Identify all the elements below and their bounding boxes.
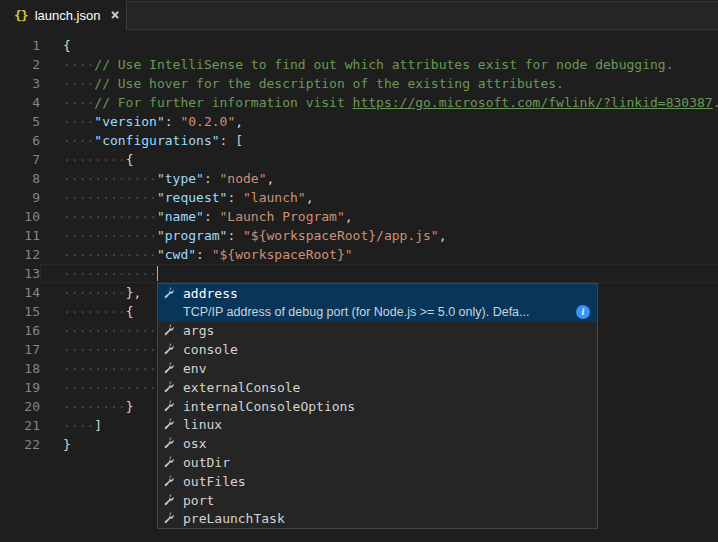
- token-key: "program": [157, 228, 227, 243]
- vscode-window: {} launch.json × 1{2····// Use IntelliSe…: [0, 0, 718, 542]
- info-icon[interactable]: i: [576, 305, 590, 319]
- code-line-6[interactable]: 6····"configurations": [: [0, 131, 718, 150]
- token-punct: }: [126, 399, 134, 414]
- token-link: https://go.microsoft.com/fwlink/?linkid=…: [353, 95, 713, 110]
- code-line-5[interactable]: 5····"version": "0.2.0",: [0, 112, 718, 131]
- token-ws: ····: [63, 418, 94, 433]
- line-number: 3: [0, 74, 40, 93]
- property-wrench-icon: [162, 398, 178, 414]
- token-punct: },: [126, 285, 142, 300]
- suggestion-item-internalConsoleOptions[interactable]: internalConsoleOptions: [158, 397, 597, 416]
- tab-bar: {} launch.json ×: [0, 0, 718, 30]
- property-wrench-icon: [162, 417, 178, 433]
- line-content: ····"configurations": [: [40, 131, 718, 150]
- code-line-11[interactable]: 11············"program": "${workspaceRoo…: [0, 226, 718, 245]
- token-punct: :: [196, 247, 212, 262]
- suggestion-description-row: TCP/IP address of debug port (for Node.j…: [158, 303, 597, 322]
- line-number: 8: [0, 169, 40, 188]
- token-ws: ············: [63, 342, 157, 357]
- property-wrench-icon: [162, 511, 178, 527]
- token-ws: ········: [63, 152, 126, 167]
- line-number: 5: [0, 112, 40, 131]
- line-content: ············: [40, 264, 718, 283]
- code-line-9[interactable]: 9············"request": "launch",: [0, 188, 718, 207]
- token-punct: ,: [439, 228, 447, 243]
- token-ws: ········: [63, 304, 126, 319]
- code-line-13[interactable]: 13············: [0, 264, 718, 283]
- token-punct: }: [63, 437, 71, 452]
- token-ws: ············: [63, 266, 157, 281]
- property-wrench-icon: [162, 473, 178, 489]
- token-punct: :: [227, 228, 243, 243]
- code-line-2[interactable]: 2····// Use IntelliSense to find out whi…: [0, 55, 718, 74]
- suggestion-item-args[interactable]: args: [158, 322, 597, 341]
- line-content: ············"type": "node",: [40, 169, 718, 188]
- line-number: 21: [0, 416, 40, 435]
- line-number: 16: [0, 321, 40, 340]
- token-ws: ········: [63, 285, 126, 300]
- suggestion-label: internalConsoleOptions: [183, 399, 355, 414]
- line-number: 12: [0, 245, 40, 264]
- token-str: "${workspaceRoot}": [212, 247, 353, 262]
- token-ws: ····: [63, 133, 94, 148]
- code-line-4[interactable]: 4····// For further information visit ht…: [0, 93, 718, 112]
- token-key: "configurations": [94, 133, 219, 148]
- token-ws: ············: [63, 380, 157, 395]
- token-punct: :: [204, 209, 220, 224]
- property-wrench-icon: [162, 323, 178, 339]
- code-line-10[interactable]: 10············"name": "Launch Program",: [0, 207, 718, 226]
- token-punct: ]: [94, 418, 102, 433]
- token-ws: ············: [63, 361, 157, 376]
- line-number: 4: [0, 93, 40, 112]
- suggestion-item-env[interactable]: env: [158, 359, 597, 378]
- property-wrench-icon: [162, 379, 178, 395]
- token-punct: :: [204, 171, 220, 186]
- suggestion-item-address[interactable]: address: [158, 284, 597, 303]
- token-punct: ,: [235, 114, 243, 129]
- token-ws: ············: [63, 323, 157, 338]
- line-number: 20: [0, 397, 40, 416]
- suggestion-label: console: [183, 342, 238, 357]
- code-line-7[interactable]: 7········{: [0, 150, 718, 169]
- token-punct: {: [126, 304, 134, 319]
- line-number: 13: [0, 264, 40, 283]
- suggestion-item-console[interactable]: console: [158, 340, 597, 359]
- suggestion-item-outDir[interactable]: outDir: [158, 453, 597, 472]
- line-content: ····// For further information visit htt…: [40, 93, 718, 112]
- code-line-8[interactable]: 8············"type": "node",: [0, 169, 718, 188]
- code-line-12[interactable]: 12············"cwd": "${workspaceRoot}": [0, 245, 718, 264]
- suggestion-label: args: [183, 323, 214, 338]
- token-punct: :: [165, 114, 181, 129]
- suggestion-item-osx[interactable]: osx: [158, 434, 597, 453]
- token-ws: ············: [63, 171, 157, 186]
- token-ws: ····: [63, 114, 94, 129]
- suggestion-label: osx: [183, 436, 206, 451]
- tab-launch-json[interactable]: {} launch.json ×: [0, 0, 126, 30]
- token-punct: {: [126, 152, 134, 167]
- suggestion-item-port[interactable]: port: [158, 491, 597, 510]
- line-number: 15: [0, 302, 40, 321]
- suggestion-item-outFiles[interactable]: outFiles: [158, 472, 597, 491]
- suggestion-item-externalConsole[interactable]: externalConsole: [158, 378, 597, 397]
- suggestion-item-linux[interactable]: linux: [158, 416, 597, 435]
- property-wrench-icon: [162, 361, 178, 377]
- suggestion-description: TCP/IP address of debug port (for Node.j…: [183, 305, 568, 319]
- line-number: 22: [0, 435, 40, 454]
- token-comment: .: [713, 95, 718, 110]
- line-content: ············"program": "${workspaceRoot}…: [40, 226, 718, 245]
- code-line-3[interactable]: 3····// Use hover for the description of…: [0, 74, 718, 93]
- suggestion-item-preLaunchTask[interactable]: preLaunchTask: [158, 510, 597, 529]
- code-line-1[interactable]: 1{: [0, 36, 718, 55]
- line-content: ····// Use hover for the description of …: [40, 74, 718, 93]
- line-number: 17: [0, 340, 40, 359]
- suggestion-label: linux: [183, 417, 222, 432]
- token-str: "Launch Program": [220, 209, 345, 224]
- property-wrench-icon: [162, 492, 178, 508]
- token-str: "launch": [243, 190, 306, 205]
- token-ws: ············: [63, 190, 157, 205]
- line-content: ········{: [40, 150, 718, 169]
- line-number: 18: [0, 359, 40, 378]
- close-tab-icon[interactable]: ×: [110, 8, 119, 23]
- token-key: "name": [157, 209, 204, 224]
- token-comment: // Use hover for the description of the …: [94, 76, 564, 91]
